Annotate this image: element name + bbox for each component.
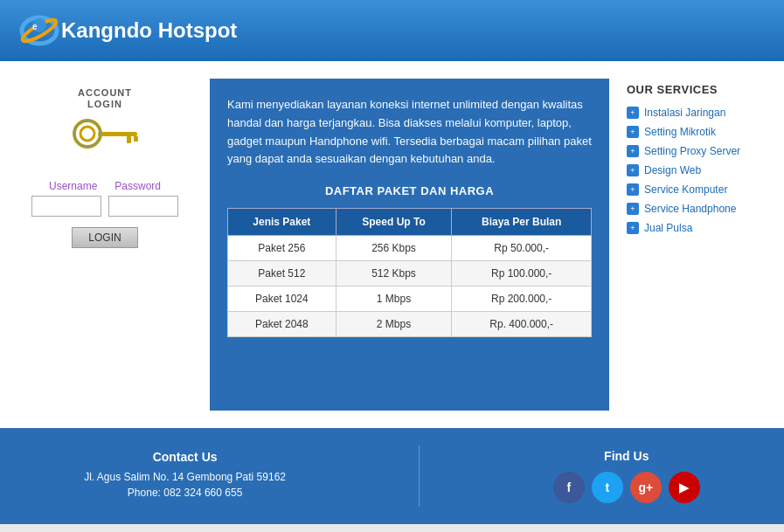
username-input[interactable] [31, 196, 101, 217]
service-link[interactable]: Jual Pulsa [644, 222, 692, 234]
service-link[interactable]: Service Handphone [644, 203, 736, 215]
service-item[interactable]: +Service Komputer [627, 183, 767, 196]
service-bullet-icon: + [627, 203, 639, 215]
svg-rect-8 [134, 136, 138, 142]
twitter-icon[interactable]: t [592, 472, 623, 503]
table-cell: 2 Mbps [336, 312, 452, 337]
service-link[interactable]: Service Komputer [644, 183, 727, 196]
login-button[interactable]: LOGIN [72, 227, 137, 248]
table-cell: Paket 512 [228, 261, 336, 287]
center-panel: Kami menyediakan layanan koneksi interne… [210, 79, 609, 411]
col-header-biaya: Biaya Per Bulan [452, 209, 592, 236]
contact-phone: Phone: 082 324 660 655 [84, 487, 286, 499]
table-row: Paket 512512 KbpsRp 100.000,- [228, 261, 592, 287]
header-title: Kangndo Hotspot [61, 18, 237, 43]
service-bullet-icon: + [627, 222, 639, 234]
table-cell: Paket 256 [228, 236, 336, 261]
table-cell: Rp. 400.000,- [452, 312, 592, 337]
youtube-icon[interactable]: ▶ [669, 472, 700, 503]
services-title: OUR SERVICES [627, 83, 767, 96]
find-us-title: Find Us [553, 449, 700, 463]
key-icon [61, 114, 149, 156]
service-bullet-icon: + [627, 126, 639, 138]
service-link[interactable]: Setting Proxy Server [644, 145, 740, 157]
social-icons: f t g+ ▶ [553, 472, 700, 503]
table-row: Paket 10241 MbpsRp 200.000,- [228, 287, 592, 312]
footer-social: Find Us f t g+ ▶ [553, 449, 700, 503]
footer-divider [419, 446, 420, 507]
services-list: +Instalasi Jaringan+Setting Mikrotik+Set… [627, 107, 767, 234]
table-header-row: Jenis Paket Speed Up To Biaya Per Bulan [228, 209, 592, 236]
account-login-area: ACCOUNT LOGIN [61, 87, 149, 156]
table-row: Paket 20482 MbpsRp. 400.000,- [228, 312, 592, 337]
table-title: DAFTAR PAKET DAN HARGA [227, 184, 592, 197]
table-cell: 1 Mbps [336, 287, 452, 312]
copyright-bar: Copyright © 2014. All Rights Reserved. [0, 524, 784, 532]
header: e Kangndo Hotspot [0, 0, 784, 61]
googleplus-icon[interactable]: g+ [630, 472, 662, 503]
col-header-paket: Jenis Paket [228, 209, 336, 236]
left-panel: ACCOUNT LOGIN Username Password [17, 79, 192, 411]
service-item[interactable]: +Service Handphone [627, 203, 767, 215]
table-cell: Rp 100.000,- [452, 261, 592, 287]
footer-contact: Contact Us Jl. Agus Salim No. 14 Gembong… [84, 450, 286, 502]
col-header-speed: Speed Up To [336, 209, 452, 236]
service-item[interactable]: +Jual Pulsa [627, 222, 767, 234]
table-cell: 512 Kbps [336, 261, 452, 287]
table-cell: 256 Kbps [336, 236, 452, 261]
service-bullet-icon: + [627, 183, 639, 196]
service-link[interactable]: Instalasi Jaringan [644, 107, 725, 119]
username-label: Username [49, 180, 97, 192]
intro-text: Kami menyediakan layanan koneksi interne… [227, 96, 592, 169]
svg-rect-7 [127, 136, 131, 143]
price-table: Jenis Paket Speed Up To Biaya Per Bulan … [227, 208, 592, 337]
service-bullet-icon: + [627, 145, 639, 157]
service-item[interactable]: +Instalasi Jaringan [627, 107, 767, 119]
form-labels: Username Password [49, 180, 161, 192]
service-bullet-icon: + [627, 164, 639, 176]
table-cell: Paket 2048 [228, 312, 336, 337]
header-logo: e [17, 10, 61, 52]
password-label: Password [114, 180, 161, 192]
password-input[interactable] [108, 196, 178, 217]
right-panel: OUR SERVICES +Instalasi Jaringan+Setting… [627, 79, 767, 411]
svg-rect-6 [98, 132, 137, 136]
facebook-icon[interactable]: f [553, 472, 585, 503]
table-cell: Rp 200.000,- [452, 287, 592, 312]
table-cell: Paket 1024 [228, 287, 336, 312]
contact-address: Jl. Agus Salim No. 14 Gembong Pati 59162 [84, 471, 286, 483]
footer: Contact Us Jl. Agus Salim No. 14 Gembong… [0, 428, 784, 524]
table-cell: Rp 50.000,- [452, 236, 592, 261]
contact-title: Contact Us [84, 450, 286, 464]
service-item[interactable]: +Setting Proxy Server [627, 145, 767, 157]
svg-point-9 [74, 121, 101, 147]
main-wrapper: ACCOUNT LOGIN Username Password [0, 61, 784, 428]
svg-point-5 [80, 127, 94, 141]
service-item[interactable]: +Setting Mikrotik [627, 126, 767, 138]
service-bullet-icon: + [627, 107, 639, 119]
service-link[interactable]: Setting Mikrotik [644, 126, 716, 138]
service-link[interactable]: Design Web [644, 164, 701, 176]
service-item[interactable]: +Design Web [627, 164, 767, 176]
account-text: ACCOUNT LOGIN [61, 87, 149, 110]
form-inputs [31, 196, 178, 217]
table-row: Paket 256256 KbpsRp 50.000,- [228, 236, 592, 261]
svg-text:e: e [32, 22, 38, 31]
